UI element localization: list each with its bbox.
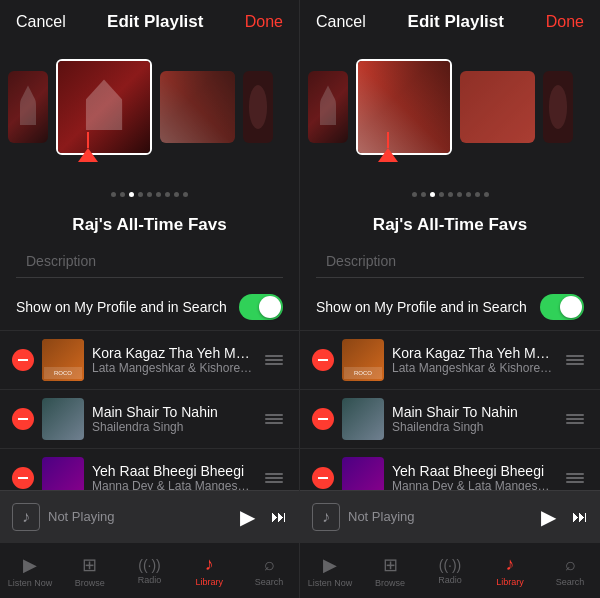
- carousel-item-partial-left[interactable]: [8, 71, 48, 143]
- dot-4: [138, 192, 143, 197]
- music-note-icon-left: ♪: [22, 508, 30, 526]
- carousel-item-right-1[interactable]: [160, 71, 235, 143]
- tab-library-left[interactable]: ♪ Library: [179, 554, 239, 587]
- carousel-item-right-2[interactable]: [243, 71, 273, 143]
- play-button-left[interactable]: ▶: [240, 505, 255, 529]
- remove-song-3-left[interactable]: [12, 467, 34, 489]
- tab-browse-left[interactable]: ⊞ Browse: [60, 554, 120, 588]
- song-title-1-left: Kora Kagaz Tha Yeh Man M...: [92, 345, 253, 361]
- fast-forward-button-left[interactable]: ⏭: [271, 508, 287, 526]
- rdot-5: [448, 192, 453, 197]
- toggle-row-right: Show on My Profile and in Search: [300, 284, 600, 331]
- top-nav-left: Cancel Edit Playlist Done: [0, 0, 299, 44]
- song-artist-2-right: Shailendra Singh: [392, 420, 554, 434]
- song-artist-1-left: Lata Mangeshkar & Kishore Kumar: [92, 361, 253, 375]
- tab-radio-left[interactable]: ((·)) Radio: [120, 557, 180, 585]
- browse-icon-left: ⊞: [82, 554, 97, 576]
- toggle-label-right: Show on My Profile and in Search: [316, 299, 527, 315]
- song-item-1-right: ROCO Kora Kagaz Tha Yeh Man M... Lata Ma…: [300, 331, 600, 390]
- drag-handle-2-right[interactable]: [562, 410, 588, 428]
- toggle-switch-right[interactable]: [540, 294, 584, 320]
- tab-listen-now-right[interactable]: ▶ Listen Now: [300, 554, 360, 588]
- dot-1: [111, 192, 116, 197]
- song-artist-3-left: Manna Dey & Lata Mangeshkar: [92, 479, 253, 490]
- done-button-left[interactable]: Done: [245, 13, 283, 31]
- remove-song-2-right[interactable]: [312, 408, 334, 430]
- radio-icon-left: ((·)): [138, 557, 161, 573]
- tab-browse-right[interactable]: ⊞ Browse: [360, 554, 420, 588]
- selection-arrow-left: [0, 162, 299, 186]
- dot-5: [147, 192, 152, 197]
- carousel-dots-right: [300, 186, 600, 203]
- song-art-2-right: [342, 398, 384, 440]
- page-title-left: Edit Playlist: [107, 12, 203, 32]
- song-info-3-left: Yeh Raat Bheegi Bheegi Manna Dey & Lata …: [92, 463, 253, 490]
- description-field-left[interactable]: Description: [16, 245, 283, 278]
- radio-icon-right: ((·)): [439, 557, 462, 573]
- search-icon-left: ⌕: [264, 554, 275, 575]
- song-art-3-right: [342, 457, 384, 490]
- tab-radio-label-right: Radio: [438, 575, 462, 585]
- dot-7: [165, 192, 170, 197]
- now-playing-controls-right: ▶ ⏭: [541, 505, 588, 529]
- tab-library-right[interactable]: ♪ Library: [480, 554, 540, 587]
- dot-8: [174, 192, 179, 197]
- tab-radio-right[interactable]: ((·)) Radio: [420, 557, 480, 585]
- done-button-right[interactable]: Done: [546, 13, 584, 31]
- song-info-3-right: Yeh Raat Bheegi Bheegi Manna Dey & Lata …: [392, 463, 554, 490]
- carousel-item-selected-right[interactable]: [356, 59, 452, 155]
- now-playing-text-right: Not Playing: [348, 509, 533, 524]
- remove-song-1-left[interactable]: [12, 349, 34, 371]
- now-playing-controls-left: ▶ ⏭: [240, 505, 287, 529]
- song-item-1-left: ROCO Kora Kagaz Tha Yeh Man M... Lata Ma…: [0, 331, 299, 390]
- song-item-3-right: Yeh Raat Bheegi Bheegi Manna Dey & Lata …: [300, 449, 600, 490]
- toggle-knob-left: [259, 296, 281, 318]
- tab-bar-right: ▶ Listen Now ⊞ Browse ((·)) Radio ♪ Libr…: [300, 542, 600, 598]
- drag-handle-3-left[interactable]: [261, 469, 287, 487]
- toggle-switch-left[interactable]: [239, 294, 283, 320]
- remove-song-1-right[interactable]: [312, 349, 334, 371]
- selection-arrow-right: [300, 162, 600, 186]
- tab-radio-label-left: Radio: [138, 575, 162, 585]
- now-playing-text-left: Not Playing: [48, 509, 232, 524]
- carousel-item-partial-right[interactable]: [308, 71, 348, 143]
- play-button-right[interactable]: ▶: [541, 505, 556, 529]
- song-title-3-left: Yeh Raat Bheegi Bheegi: [92, 463, 253, 479]
- carousel-item-right-r2[interactable]: [543, 71, 573, 143]
- toggle-knob-right: [560, 296, 582, 318]
- drag-handle-2-left[interactable]: [261, 410, 287, 428]
- tab-listen-now-left[interactable]: ▶ Listen Now: [0, 554, 60, 588]
- drag-handle-1-left[interactable]: [261, 351, 287, 369]
- playlist-name-left: Raj's All-Time Favs: [0, 207, 299, 239]
- song-title-3-right: Yeh Raat Bheegi Bheegi: [392, 463, 554, 479]
- library-icon-right: ♪: [506, 554, 515, 575]
- rdot-7: [466, 192, 471, 197]
- now-playing-icon-left: ♪: [12, 503, 40, 531]
- drag-handle-3-right[interactable]: [562, 469, 588, 487]
- tab-search-left[interactable]: ⌕ Search: [239, 554, 299, 587]
- library-icon-left: ♪: [205, 554, 214, 575]
- song-list-right: ROCO Kora Kagaz Tha Yeh Man M... Lata Ma…: [300, 331, 600, 490]
- browse-icon-right: ⊞: [383, 554, 398, 576]
- remove-song-3-right[interactable]: [312, 467, 334, 489]
- description-field-right[interactable]: Description: [316, 245, 584, 278]
- tab-browse-label-left: Browse: [75, 578, 105, 588]
- page-title-right: Edit Playlist: [408, 12, 504, 32]
- song-art-1-left: ROCO: [42, 339, 84, 381]
- carousel-item-selected[interactable]: [56, 59, 152, 155]
- dot-3: [129, 192, 134, 197]
- cancel-button-left[interactable]: Cancel: [16, 13, 66, 31]
- song-item-3-left: Yeh Raat Bheegi Bheegi Manna Dey & Lata …: [0, 449, 299, 490]
- tab-search-right[interactable]: ⌕ Search: [540, 554, 600, 587]
- carousel-track-right: [300, 52, 600, 162]
- playlist-name-right: Raj's All-Time Favs: [300, 207, 600, 239]
- drag-handle-1-right[interactable]: [562, 351, 588, 369]
- carousel-item-right-r1[interactable]: [460, 71, 535, 143]
- remove-song-2-left[interactable]: [12, 408, 34, 430]
- rdot-6: [457, 192, 462, 197]
- song-title-1-right: Kora Kagaz Tha Yeh Man M...: [392, 345, 554, 361]
- cancel-button-right[interactable]: Cancel: [316, 13, 366, 31]
- carousel-dots-left: [0, 186, 299, 203]
- tab-library-label-right: Library: [496, 577, 524, 587]
- fast-forward-button-right[interactable]: ⏭: [572, 508, 588, 526]
